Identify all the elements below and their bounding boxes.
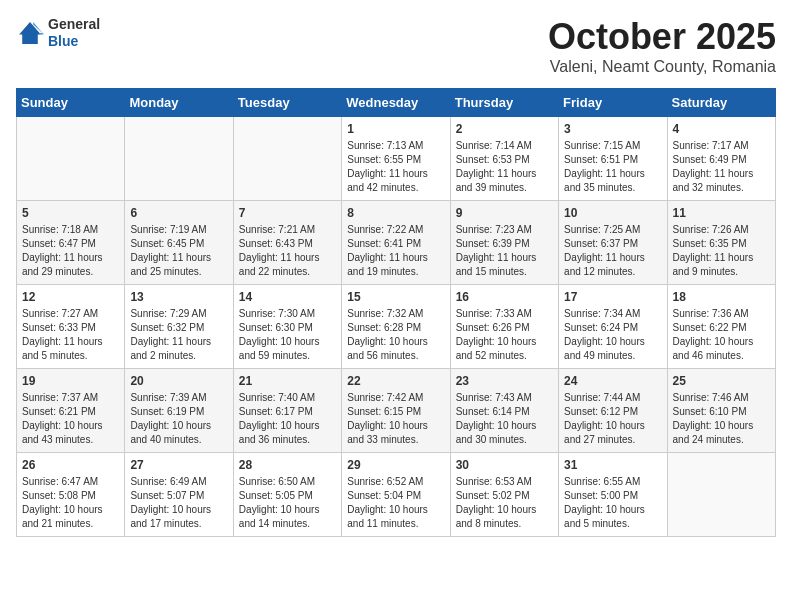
calendar-week-2: 12Sunrise: 7:27 AM Sunset: 6:33 PM Dayli… [17,285,776,369]
calendar-cell: 28Sunrise: 6:50 AM Sunset: 5:05 PM Dayli… [233,453,341,537]
calendar-cell: 26Sunrise: 6:47 AM Sunset: 5:08 PM Dayli… [17,453,125,537]
calendar-cell: 1Sunrise: 7:13 AM Sunset: 6:55 PM Daylig… [342,117,450,201]
day-info: Sunrise: 7:30 AM Sunset: 6:30 PM Dayligh… [239,307,336,363]
day-number: 25 [673,374,770,388]
day-number: 27 [130,458,227,472]
day-info: Sunrise: 6:50 AM Sunset: 5:05 PM Dayligh… [239,475,336,531]
weekday-header-friday: Friday [559,89,667,117]
day-number: 10 [564,206,661,220]
day-number: 22 [347,374,444,388]
calendar-cell: 27Sunrise: 6:49 AM Sunset: 5:07 PM Dayli… [125,453,233,537]
day-info: Sunrise: 7:37 AM Sunset: 6:21 PM Dayligh… [22,391,119,447]
day-number: 19 [22,374,119,388]
calendar-cell: 15Sunrise: 7:32 AM Sunset: 6:28 PM Dayli… [342,285,450,369]
calendar-cell: 10Sunrise: 7:25 AM Sunset: 6:37 PM Dayli… [559,201,667,285]
day-number: 31 [564,458,661,472]
day-info: Sunrise: 7:21 AM Sunset: 6:43 PM Dayligh… [239,223,336,279]
day-info: Sunrise: 7:34 AM Sunset: 6:24 PM Dayligh… [564,307,661,363]
day-info: Sunrise: 7:19 AM Sunset: 6:45 PM Dayligh… [130,223,227,279]
day-number: 14 [239,290,336,304]
calendar-cell: 9Sunrise: 7:23 AM Sunset: 6:39 PM Daylig… [450,201,558,285]
day-number: 20 [130,374,227,388]
weekday-header-row: SundayMondayTuesdayWednesdayThursdayFrid… [17,89,776,117]
calendar-cell [667,453,775,537]
day-info: Sunrise: 7:32 AM Sunset: 6:28 PM Dayligh… [347,307,444,363]
day-info: Sunrise: 7:25 AM Sunset: 6:37 PM Dayligh… [564,223,661,279]
calendar-cell [125,117,233,201]
calendar-cell: 7Sunrise: 7:21 AM Sunset: 6:43 PM Daylig… [233,201,341,285]
calendar-week-1: 5Sunrise: 7:18 AM Sunset: 6:47 PM Daylig… [17,201,776,285]
day-number: 29 [347,458,444,472]
day-number: 15 [347,290,444,304]
day-number: 18 [673,290,770,304]
logo-icon [16,19,44,47]
day-info: Sunrise: 7:18 AM Sunset: 6:47 PM Dayligh… [22,223,119,279]
calendar-cell: 16Sunrise: 7:33 AM Sunset: 6:26 PM Dayli… [450,285,558,369]
day-number: 24 [564,374,661,388]
calendar-cell: 25Sunrise: 7:46 AM Sunset: 6:10 PM Dayli… [667,369,775,453]
day-info: Sunrise: 7:17 AM Sunset: 6:49 PM Dayligh… [673,139,770,195]
day-info: Sunrise: 6:49 AM Sunset: 5:07 PM Dayligh… [130,475,227,531]
weekday-header-saturday: Saturday [667,89,775,117]
calendar-cell: 30Sunrise: 6:53 AM Sunset: 5:02 PM Dayli… [450,453,558,537]
day-info: Sunrise: 7:15 AM Sunset: 6:51 PM Dayligh… [564,139,661,195]
day-number: 12 [22,290,119,304]
day-number: 9 [456,206,553,220]
day-number: 23 [456,374,553,388]
calendar-cell: 20Sunrise: 7:39 AM Sunset: 6:19 PM Dayli… [125,369,233,453]
month-title: October 2025 [548,16,776,58]
day-info: Sunrise: 7:46 AM Sunset: 6:10 PM Dayligh… [673,391,770,447]
logo-general-text: General [48,16,100,33]
day-info: Sunrise: 6:55 AM Sunset: 5:00 PM Dayligh… [564,475,661,531]
weekday-header-monday: Monday [125,89,233,117]
calendar-cell: 24Sunrise: 7:44 AM Sunset: 6:12 PM Dayli… [559,369,667,453]
weekday-header-thursday: Thursday [450,89,558,117]
calendar-cell: 29Sunrise: 6:52 AM Sunset: 5:04 PM Dayli… [342,453,450,537]
day-number: 6 [130,206,227,220]
calendar-cell: 13Sunrise: 7:29 AM Sunset: 6:32 PM Dayli… [125,285,233,369]
day-number: 3 [564,122,661,136]
day-info: Sunrise: 7:23 AM Sunset: 6:39 PM Dayligh… [456,223,553,279]
calendar-cell: 3Sunrise: 7:15 AM Sunset: 6:51 PM Daylig… [559,117,667,201]
weekday-header-tuesday: Tuesday [233,89,341,117]
day-info: Sunrise: 6:52 AM Sunset: 5:04 PM Dayligh… [347,475,444,531]
calendar-cell: 11Sunrise: 7:26 AM Sunset: 6:35 PM Dayli… [667,201,775,285]
calendar-cell: 23Sunrise: 7:43 AM Sunset: 6:14 PM Dayli… [450,369,558,453]
calendar-cell: 19Sunrise: 7:37 AM Sunset: 6:21 PM Dayli… [17,369,125,453]
calendar-week-0: 1Sunrise: 7:13 AM Sunset: 6:55 PM Daylig… [17,117,776,201]
day-number: 4 [673,122,770,136]
calendar-cell: 12Sunrise: 7:27 AM Sunset: 6:33 PM Dayli… [17,285,125,369]
day-number: 26 [22,458,119,472]
calendar-cell: 6Sunrise: 7:19 AM Sunset: 6:45 PM Daylig… [125,201,233,285]
weekday-header-wednesday: Wednesday [342,89,450,117]
day-info: Sunrise: 7:36 AM Sunset: 6:22 PM Dayligh… [673,307,770,363]
calendar-week-4: 26Sunrise: 6:47 AM Sunset: 5:08 PM Dayli… [17,453,776,537]
day-number: 2 [456,122,553,136]
day-info: Sunrise: 7:43 AM Sunset: 6:14 PM Dayligh… [456,391,553,447]
logo-blue-text: Blue [48,33,100,50]
calendar-cell [17,117,125,201]
calendar-cell: 14Sunrise: 7:30 AM Sunset: 6:30 PM Dayli… [233,285,341,369]
day-number: 30 [456,458,553,472]
day-info: Sunrise: 7:39 AM Sunset: 6:19 PM Dayligh… [130,391,227,447]
weekday-header-sunday: Sunday [17,89,125,117]
calendar-cell: 31Sunrise: 6:55 AM Sunset: 5:00 PM Dayli… [559,453,667,537]
location-text: Valeni, Neamt County, Romania [548,58,776,76]
calendar-cell: 5Sunrise: 7:18 AM Sunset: 6:47 PM Daylig… [17,201,125,285]
calendar-table: SundayMondayTuesdayWednesdayThursdayFrid… [16,88,776,537]
day-number: 16 [456,290,553,304]
calendar-cell [233,117,341,201]
day-number: 11 [673,206,770,220]
day-info: Sunrise: 7:13 AM Sunset: 6:55 PM Dayligh… [347,139,444,195]
day-number: 13 [130,290,227,304]
day-number: 8 [347,206,444,220]
calendar-cell: 21Sunrise: 7:40 AM Sunset: 6:17 PM Dayli… [233,369,341,453]
day-number: 7 [239,206,336,220]
logo: General Blue [16,16,100,50]
day-info: Sunrise: 7:33 AM Sunset: 6:26 PM Dayligh… [456,307,553,363]
day-info: Sunrise: 7:27 AM Sunset: 6:33 PM Dayligh… [22,307,119,363]
day-info: Sunrise: 7:14 AM Sunset: 6:53 PM Dayligh… [456,139,553,195]
day-number: 5 [22,206,119,220]
day-number: 28 [239,458,336,472]
calendar-cell: 2Sunrise: 7:14 AM Sunset: 6:53 PM Daylig… [450,117,558,201]
